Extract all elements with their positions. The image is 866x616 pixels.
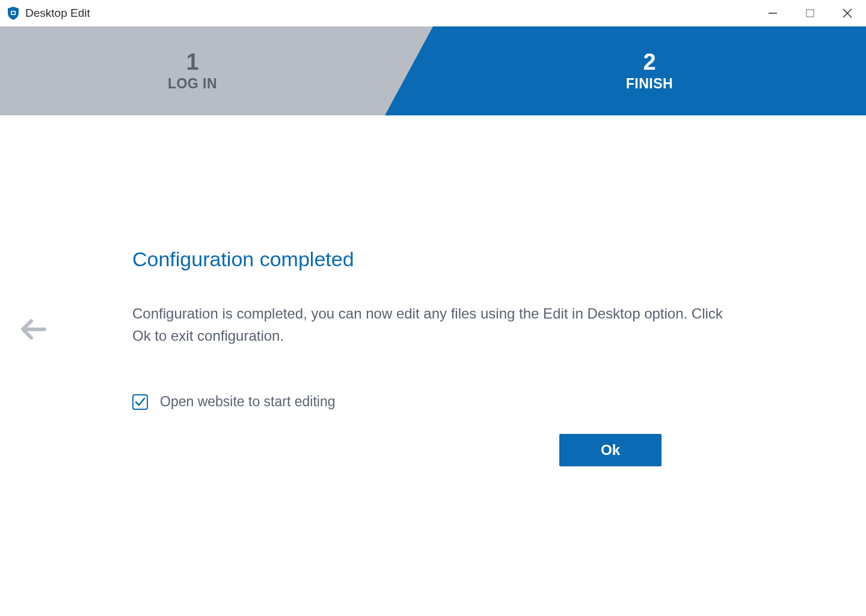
ok-button[interactable]: Ok (559, 434, 662, 466)
step-login: 1 LOG IN (0, 26, 433, 115)
step-number: 2 (643, 50, 656, 73)
open-website-label: Open website to start editing (160, 394, 336, 410)
step-label: LOG IN (168, 76, 217, 92)
step-finish: 2 FINISH (433, 26, 866, 115)
minimize-button[interactable] (765, 5, 781, 21)
body-text: Configuration is completed, you can now … (132, 302, 734, 347)
back-button[interactable] (20, 319, 47, 343)
main-column: Configuration completed Configuration is… (132, 248, 734, 466)
open-website-checkbox[interactable] (132, 394, 148, 410)
close-button[interactable] (840, 5, 855, 21)
step-label: FINISH (626, 76, 673, 92)
page-heading: Configuration completed (132, 248, 734, 271)
step-number: 1 (186, 50, 198, 73)
titlebar-left: Desktop Edit (7, 7, 90, 20)
minimize-icon (768, 8, 778, 18)
app-title: Desktop Edit (25, 7, 90, 20)
svg-rect-3 (806, 10, 814, 17)
maximize-button[interactable] (802, 5, 818, 21)
window-controls (765, 5, 861, 21)
stepper: 1 LOG IN 2 FINISH (0, 26, 866, 115)
svg-rect-1 (12, 12, 15, 14)
app-shield-icon (7, 7, 19, 20)
open-website-option: Open website to start editing (132, 394, 734, 410)
content-area: Configuration completed Configuration is… (0, 115, 866, 466)
arrow-left-icon (20, 319, 47, 340)
check-icon (135, 397, 146, 407)
close-icon (843, 8, 852, 18)
button-row: Ok (132, 434, 734, 466)
titlebar: Desktop Edit (0, 0, 866, 26)
maximize-icon (806, 9, 814, 17)
